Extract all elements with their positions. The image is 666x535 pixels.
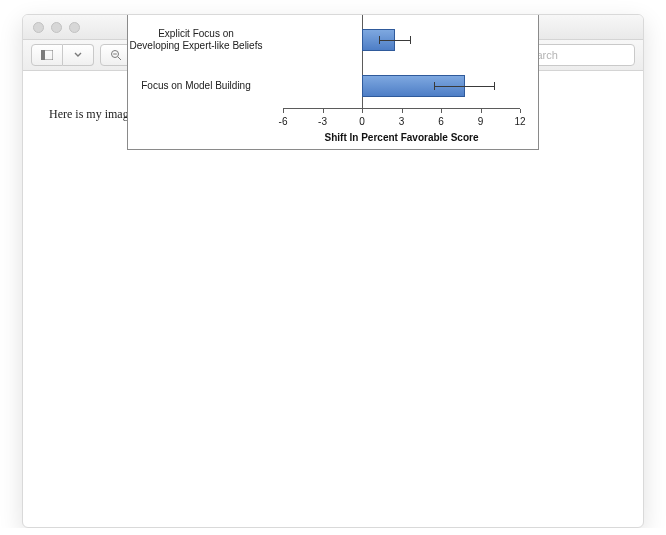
x-tick [323,109,324,113]
x-tick [362,109,363,113]
pdf-preview-window: test.pdf (1 page) [22,14,644,528]
y-category-label: Explicit Focus on Developing Expert-like… [121,28,271,52]
x-tick [481,109,482,113]
error-bar [434,86,495,87]
view-mode-button[interactable] [31,44,63,66]
document-content: Here is my image. Shifts in CLASS and MP… [23,71,643,527]
x-tick-label: 9 [478,116,484,127]
chart: Shifts in CLASS and MPEX Scores Based on… [127,14,539,150]
chevron-down-icon [74,51,82,59]
chart-plot-area: Shift In Percent Favorable Score -6-3036… [283,14,520,109]
svg-rect-1 [41,50,45,60]
y-category-label: Focus on Model Building [121,80,271,92]
x-tick [402,109,403,113]
view-mode-segment [31,44,94,66]
x-tick [441,109,442,113]
error-bar [379,40,411,41]
x-tick-label: 3 [399,116,405,127]
svg-line-3 [118,57,121,60]
x-axis-label: Shift In Percent Favorable Score [283,132,520,143]
x-tick-label: -3 [318,116,327,127]
x-tick-label: 12 [514,116,525,127]
x-tick-label: 0 [359,116,365,127]
x-tick [520,109,521,113]
x-tick-label: -6 [279,116,288,127]
view-mode-chevron-button[interactable] [63,44,94,66]
image-caption: Here is my image. [49,107,137,122]
x-tick-label: 6 [438,116,444,127]
x-tick [283,109,284,113]
